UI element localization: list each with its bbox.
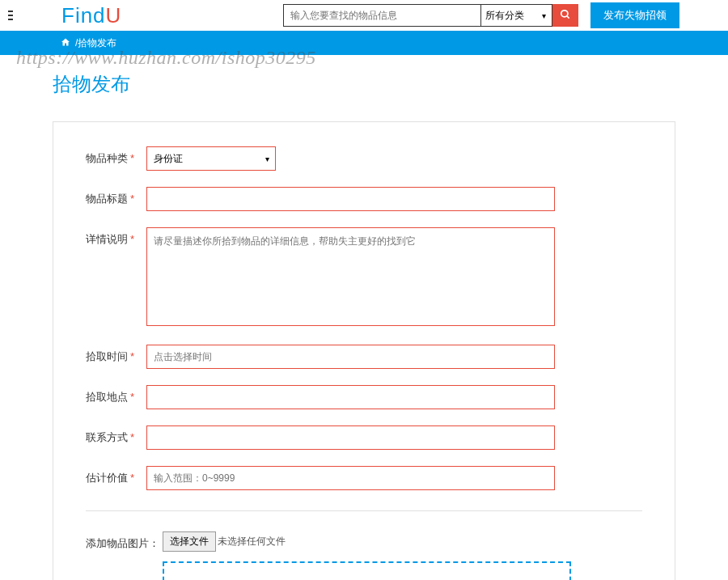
logo[interactable]: FindU bbox=[61, 3, 121, 28]
page-title: 拾物发布 bbox=[53, 71, 675, 97]
search-icon bbox=[560, 9, 571, 20]
pickup-time-label: 拾取时间 bbox=[86, 350, 128, 362]
breadcrumb: / 拾物发布 bbox=[0, 31, 728, 55]
logo-u: U bbox=[106, 3, 122, 28]
pickup-location-label: 拾取地点 bbox=[86, 391, 128, 403]
required-marker: * bbox=[130, 391, 134, 403]
estimate-label: 估计价值 bbox=[86, 472, 128, 484]
search-category-select[interactable]: 所有分类 bbox=[481, 4, 552, 27]
category-label: 物品种类 bbox=[86, 152, 128, 164]
pickup-time-input[interactable] bbox=[146, 345, 555, 369]
description-label: 详情说明 bbox=[86, 233, 128, 245]
svg-line-1 bbox=[567, 15, 569, 18]
required-marker: * bbox=[130, 431, 134, 443]
title-label: 物品标题 bbox=[86, 193, 128, 205]
required-marker: * bbox=[130, 350, 134, 362]
file-status-text: 未选择任何文件 bbox=[218, 536, 286, 547]
logo-find: Find bbox=[61, 3, 106, 28]
image-upload-label: 添加物品图片： bbox=[86, 537, 159, 549]
publish-lost-found-button[interactable]: 发布失物招领 bbox=[590, 2, 679, 28]
required-marker: * bbox=[130, 472, 134, 484]
svg-point-0 bbox=[561, 10, 568, 16]
pickup-location-input[interactable] bbox=[146, 385, 555, 409]
search-input[interactable] bbox=[283, 4, 481, 27]
item-description-textarea[interactable] bbox=[146, 227, 555, 326]
menu-icon[interactable] bbox=[8, 8, 21, 23]
form-divider bbox=[86, 510, 642, 511]
choose-file-button[interactable]: 选择文件 bbox=[163, 531, 216, 552]
contact-input[interactable] bbox=[146, 425, 555, 450]
estimate-value-input[interactable] bbox=[146, 466, 555, 490]
required-marker: * bbox=[130, 193, 134, 205]
item-category-select[interactable]: 身份证 bbox=[146, 146, 276, 171]
breadcrumb-current: 拾物发布 bbox=[78, 36, 116, 50]
item-title-input[interactable] bbox=[146, 187, 555, 211]
search-button[interactable] bbox=[552, 4, 578, 27]
required-marker: * bbox=[130, 152, 134, 164]
file-dropzone[interactable]: 或将文件拖到这里 bbox=[163, 561, 571, 580]
contact-label: 联系方式 bbox=[86, 431, 128, 443]
home-icon[interactable] bbox=[61, 37, 70, 49]
required-marker: * bbox=[130, 233, 134, 245]
